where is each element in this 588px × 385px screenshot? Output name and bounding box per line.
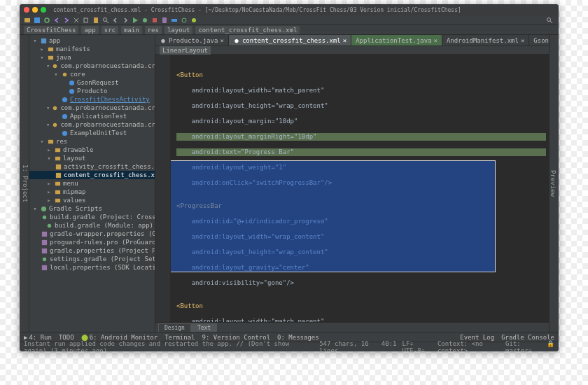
crumb-layout[interactable]: layout xyxy=(164,26,193,34)
node-app[interactable]: app xyxy=(49,37,60,44)
node-lp[interactable]: local.properties (SDK Location) xyxy=(50,264,155,271)
svg-point-2 xyxy=(45,18,49,22)
code-area[interactable]: <Button android:layout_width="match_pare… xyxy=(171,55,549,322)
project-tree[interactable]: ▾app ▸manifests ▾java ▾com.probarnocuest… xyxy=(29,35,155,332)
crumb-project[interactable]: CrossfitChess xyxy=(24,26,78,34)
node-gwp[interactable]: gradle-wrapper.properties (Gradle Versi xyxy=(50,230,155,237)
tab-gsonrequest[interactable]: GsonRequest.java× xyxy=(529,35,549,46)
project-tool-button[interactable]: 1: Project xyxy=(22,164,29,202)
cut-icon[interactable] xyxy=(73,17,81,24)
back-icon[interactable] xyxy=(112,17,120,24)
node-unittest[interactable]: ExampleUnitTest xyxy=(70,130,127,136)
java-icon: ● xyxy=(160,37,167,44)
svg-rect-4 xyxy=(94,18,98,23)
svg-point-25 xyxy=(53,122,57,126)
status-git[interactable]: Git: master÷ xyxy=(505,340,541,352)
design-tab[interactable]: Design xyxy=(158,323,191,332)
crumb-res[interactable]: res xyxy=(145,26,162,34)
maximize-icon[interactable] xyxy=(41,7,46,13)
copy-icon[interactable] xyxy=(83,17,91,24)
svg-point-37 xyxy=(48,223,51,227)
close-tab-icon[interactable]: × xyxy=(434,37,438,44)
node-producto[interactable]: Producto xyxy=(77,88,107,94)
svg-point-13 xyxy=(547,18,551,21)
class-icon xyxy=(61,96,68,103)
node-java[interactable]: java xyxy=(56,54,71,61)
crumb-main[interactable]: main xyxy=(121,26,142,34)
avd-icon[interactable] xyxy=(161,17,169,24)
status-context[interactable]: Context: <no context> xyxy=(438,340,500,352)
sync-icon[interactable] xyxy=(181,17,189,24)
svg-point-36 xyxy=(43,215,46,218)
node-gradle[interactable]: Gradle Scripts xyxy=(49,205,102,212)
xml-icon: ● xyxy=(233,37,240,44)
minimize-icon[interactable] xyxy=(32,7,38,13)
node-layout[interactable]: layout xyxy=(63,155,86,162)
crumb-file[interactable]: content_crossfit_chess.xml xyxy=(195,26,300,34)
tab-content-xml[interactable]: ●content_crossfit_chess.xml× xyxy=(229,35,351,46)
node-gp[interactable]: gradle.properties (Project Properties) xyxy=(50,247,155,254)
node-layout1[interactable]: activity_crossfit_chess.xml xyxy=(64,163,155,170)
undo-icon[interactable] xyxy=(53,17,62,24)
node-core[interactable]: core xyxy=(70,71,85,78)
svg-rect-0 xyxy=(24,18,30,22)
close-tab-icon[interactable]: × xyxy=(343,37,346,44)
node-menu[interactable]: menu xyxy=(63,180,78,187)
gradle-file-icon xyxy=(41,214,48,220)
node-pkg3[interactable]: com.probarnocuestanada.crossfitches xyxy=(60,121,155,128)
node-bg1[interactable]: build.gradle (Project: CrossfitChess) xyxy=(50,214,155,220)
find-icon[interactable] xyxy=(102,17,111,24)
properties-icon xyxy=(41,230,48,237)
node-bg2[interactable]: build.gradle (Module: app) xyxy=(55,222,153,229)
debug-icon[interactable] xyxy=(141,17,150,24)
gradle-file-icon xyxy=(41,255,48,262)
tab-producto[interactable]: ●Producto.java× xyxy=(155,35,229,46)
status-encoding[interactable]: LF÷ UTF-8÷ xyxy=(402,340,431,352)
xml-icon xyxy=(55,163,62,170)
stop-icon[interactable] xyxy=(151,17,160,24)
save-icon[interactable] xyxy=(34,17,42,24)
node-drawable[interactable]: drawable xyxy=(63,146,93,153)
node-activity[interactable]: CrossfitChessActivity xyxy=(70,96,150,103)
close-icon[interactable] xyxy=(24,7,29,13)
text-tab[interactable]: Text xyxy=(191,323,217,332)
forward-icon[interactable] xyxy=(122,17,130,24)
folder-icon xyxy=(54,155,61,162)
run-icon[interactable] xyxy=(132,17,140,24)
crumb-app[interactable]: app xyxy=(81,26,98,34)
gradle-icon xyxy=(40,205,47,212)
code-line: <Button xyxy=(176,71,546,79)
node-pgr[interactable]: proguard-rules.pro (ProGuard Rules for a xyxy=(50,239,155,246)
node-gsonreq[interactable]: GsonRequest xyxy=(77,79,119,86)
close-tab-icon[interactable]: × xyxy=(521,37,524,44)
node-apptest[interactable]: ApplicationTest xyxy=(70,113,127,120)
node-values[interactable]: values xyxy=(63,197,86,204)
editor-breadcrumb: LinearLayout xyxy=(155,46,549,55)
svg-rect-42 xyxy=(42,265,47,270)
preview-tool-button[interactable]: Preview xyxy=(550,170,556,197)
crumb-src[interactable]: src xyxy=(102,26,118,34)
close-tab-icon[interactable]: × xyxy=(220,37,223,44)
android-icon[interactable] xyxy=(190,17,199,24)
module-icon xyxy=(40,37,47,44)
open-icon[interactable] xyxy=(24,17,32,24)
redo-icon[interactable] xyxy=(63,17,71,24)
search-icon[interactable] xyxy=(546,17,554,24)
node-manifests[interactable]: manifests xyxy=(56,46,90,52)
svg-rect-39 xyxy=(42,239,47,244)
node-res[interactable]: res xyxy=(56,138,67,145)
paste-icon[interactable] xyxy=(92,17,101,24)
class-icon xyxy=(61,113,68,120)
node-mipmap[interactable]: mipmap xyxy=(63,188,86,195)
node-layout2[interactable]: content_crossfit_chess.xml xyxy=(64,172,155,178)
node-pkg1[interactable]: com.probarnocuestanada.crossfitches xyxy=(60,62,155,69)
node-pkg2[interactable]: com.probarnocuestanada.crossfitches xyxy=(60,104,155,111)
lock-icon[interactable]: 🔒 xyxy=(547,340,554,352)
tab-applicationtest[interactable]: ApplicationTest.java× xyxy=(351,35,442,46)
sdk-icon[interactable] xyxy=(171,17,179,24)
tab-manifest[interactable]: AndroidManifest.xml× xyxy=(442,35,529,46)
node-sg[interactable]: settings.gradle (Project Settings) xyxy=(50,255,155,262)
package-icon xyxy=(52,104,58,111)
code-editor[interactable]: <Button android:layout_width="match_pare… xyxy=(155,55,549,322)
refresh-icon[interactable] xyxy=(43,17,52,24)
